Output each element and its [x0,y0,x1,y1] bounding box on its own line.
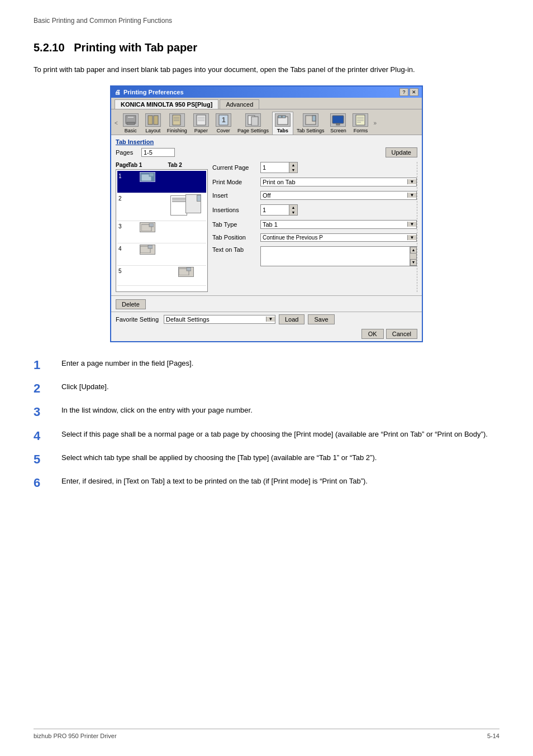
layout-icon [145,113,161,127]
step-1-num: 1 [34,358,61,372]
insert-select[interactable]: Off ▼ [260,191,417,200]
ok-button[interactable]: OK [361,329,384,339]
page-settings-label: Page Settings [237,128,269,133]
toolbar-item-page-settings[interactable]: Page Settings [235,112,271,135]
toolbar-scroll-right[interactable]: » [372,120,378,126]
list-row[interactable]: 3 [117,221,206,243]
cover-icon: 1 [216,113,231,127]
list-header-row: Page Tab 1 Tab 2 [116,162,208,168]
list-area[interactable]: 1 2 [116,169,208,292]
spinner-up[interactable]: ▲ [289,162,297,168]
page-footer: bizhub PRO 950 Printer Driver 5-14 [34,729,499,739]
tab-type-select[interactable]: Tab 1 ▼ [260,220,417,229]
tab-konica[interactable]: KONICA MINOLTA 950 PS[Plug] [115,99,218,109]
scrollbar-vertical: ▲ ▼ [410,247,416,266]
step-6-num: 6 [34,476,61,490]
dialog-footer-row: Favorite Setting Default Settings ▼ Load… [111,312,422,327]
toolbar-item-finishing[interactable]: Finishing [165,112,189,135]
tab-advanced[interactable]: Advanced [220,99,259,109]
svg-rect-16 [251,117,258,126]
step-3-row: 3 In the list window, click on the entry… [34,405,499,419]
tab-type-arrow[interactable]: ▼ [407,222,416,227]
favorite-value: Default Settings [164,315,266,323]
current-page-label: Current Page [212,164,257,171]
page-wrapper: Basic Printing and Common Printing Funct… [0,0,533,756]
insertions-down[interactable]: ▼ [289,210,297,215]
page-settings-icon [245,113,261,127]
list-row[interactable]: 2 [117,193,206,221]
screen-label: Screen [330,128,346,133]
titlebar-controls: ? ✕ [399,88,418,96]
step-6-row: 6 Enter, if desired, in [Text on Tab] a … [34,476,499,490]
toolbar-item-basic[interactable]: Basic [120,112,141,135]
delete-button[interactable]: Delete [116,299,146,309]
insertions-input[interactable] [261,206,289,214]
svg-rect-21 [312,116,316,121]
intro-paragraph: To print with tab paper and insert blank… [34,64,499,75]
text-on-tab-area[interactable]: ▲ ▼ [260,246,417,266]
list-row[interactable]: 5 [117,266,206,286]
toolbar-item-paper[interactable]: Paper [191,112,212,135]
favorite-arrow[interactable]: ▼ [266,317,275,322]
current-page-input[interactable] [261,164,289,171]
tab-position-select[interactable]: Continue the Previous P ▼ [260,233,417,242]
insertions-label: Insertions [212,207,257,213]
tab-type-row: Tab Type Tab 1 ▼ [212,220,417,229]
scroll-down-button[interactable]: ▼ [410,259,417,266]
current-page-spinner[interactable]: ▲ ▼ [260,162,298,173]
toolbar-item-cover[interactable]: 1 Cover [213,112,234,135]
insert-arrow[interactable]: ▼ [407,193,416,198]
toolbar-item-screen[interactable]: Screen [327,112,349,135]
form-panel: Current Page ▲ ▼ Print Mode [212,162,417,292]
toolbar-scroll-left[interactable]: < [113,120,119,126]
pages-input[interactable] [141,148,175,157]
toolbar: < Basic Layout Finishing [111,109,422,135]
favorite-select-group[interactable]: Default Settings ▼ [164,315,275,324]
insertions-spinner[interactable]: ▲ ▼ [260,204,298,216]
step-5-row: 5 Select which tab type shall be applied… [34,452,499,467]
scroll-up-button[interactable]: ▲ [410,247,417,253]
dialog-ok-cancel-row: OK Cancel [111,327,422,341]
update-button[interactable]: Update [386,147,417,157]
steps-section: 1 Enter a page number in the field [Page… [34,358,499,491]
load-button[interactable]: Load [279,314,304,324]
layout-label: Layout [145,128,160,133]
cancel-button[interactable]: Cancel [386,329,417,339]
spinner-down[interactable]: ▼ [289,168,297,173]
svg-rect-18 [278,116,282,118]
print-mode-arrow[interactable]: ▼ [407,179,416,184]
toolbar-item-tab-settings[interactable]: Tab Settings [294,112,327,135]
save-button[interactable]: Save [308,314,334,324]
svg-rect-5 [173,115,180,125]
svg-rect-34 [148,245,153,248]
row-page-num: 5 [118,267,129,274]
list-row[interactable]: 1 [117,171,206,193]
close-button[interactable]: ✕ [410,88,418,96]
current-page-row: Current Page ▲ ▼ [212,162,417,173]
tabs-label: Tabs [277,128,288,133]
row-page-num: 3 [118,222,129,229]
list-row[interactable]: 4 [117,243,206,266]
dialog-tabs-row: KONICA MINOLTA 950 PS[Plug] Advanced [111,98,422,109]
finishing-icon [169,113,185,127]
help-button[interactable]: ? [399,88,408,96]
dialog-bottom-row: Delete [111,295,422,312]
svg-rect-36 [187,267,191,271]
text-on-tab-row: Text on Tab ▲ ▼ [212,246,417,266]
toolbar-item-forms[interactable]: Forms [350,112,371,135]
step-2-num: 2 [34,381,61,396]
toolbar-item-layout[interactable]: Layout [142,112,164,135]
footer-left: bizhub PRO 950 Printer Driver [34,733,117,739]
cover-label: Cover [217,128,230,133]
basic-icon [123,113,139,127]
step-3-num: 3 [34,405,61,419]
svg-rect-32 [149,223,154,227]
print-mode-value: Print on Tab [261,178,407,186]
print-mode-select[interactable]: Print on Tab ▼ [260,178,417,186]
section-number: 5.2.10 [34,41,65,54]
row-tab1 [129,172,167,182]
row-tab1 [129,222,167,232]
toolbar-item-tabs[interactable]: Tabs [272,112,293,135]
tab-position-arrow[interactable]: ▼ [407,235,416,240]
insertions-up[interactable]: ▲ [289,205,297,210]
